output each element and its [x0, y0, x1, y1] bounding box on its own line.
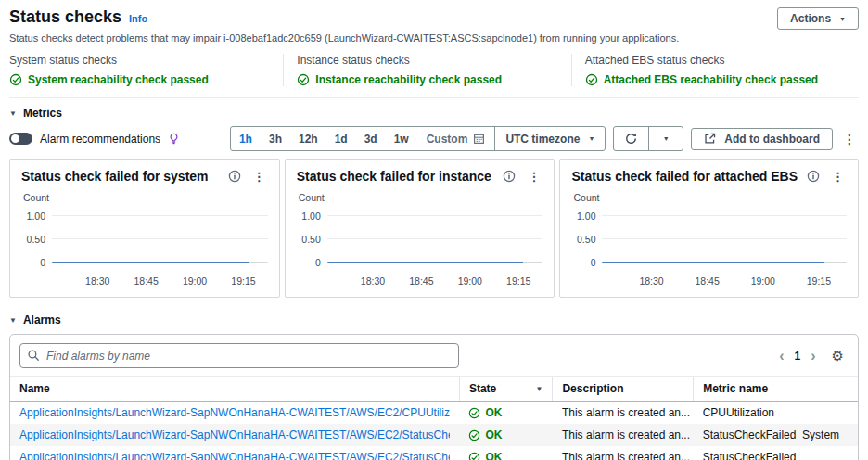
- search-wrap: [19, 343, 459, 368]
- gridline: [327, 238, 543, 239]
- time-range-buttons: 1h3h12h1d3d1w: [231, 127, 417, 150]
- search-input[interactable]: [19, 343, 459, 368]
- lightbulb-icon: [168, 132, 180, 146]
- kebab-menu-icon[interactable]: ⋮: [840, 133, 859, 146]
- status-label: Attached EBS status checks: [585, 54, 859, 67]
- alarm-name-link[interactable]: ApplicationInsights/LaunchWizard-SapNWOn…: [19, 451, 450, 460]
- page-title: Status checks: [9, 7, 121, 27]
- chart-grid-row: 1.00: [297, 204, 543, 227]
- info-link[interactable]: Info: [129, 13, 147, 24]
- alarm-state-label: OK: [485, 451, 502, 460]
- alarms-section-toggle[interactable]: ▼ Alarms: [9, 313, 859, 326]
- y-axis-tick: 0.50: [571, 234, 602, 245]
- x-axis-tick: 18:45: [134, 275, 158, 287]
- table-settings-gear-icon[interactable]: ⚙: [832, 349, 844, 363]
- time-range-button-3h[interactable]: 3h: [261, 127, 290, 150]
- y-axis-tick: 0.50: [21, 234, 52, 245]
- gridline: [602, 238, 847, 239]
- info-circle-icon[interactable]: [807, 170, 820, 183]
- alarm-metric-name-cell: CPUUtilization: [694, 402, 858, 425]
- x-axis-tick: 19:15: [231, 275, 255, 287]
- custom-label: Custom: [427, 133, 468, 146]
- alarm-state-label: OK: [485, 406, 502, 419]
- metrics-section-label: Metrics: [23, 107, 62, 120]
- x-axis-ticks: 18:3018:4519:0019:15: [608, 275, 847, 287]
- x-axis-tick: 18:30: [85, 275, 109, 287]
- y-axis-label: Count: [23, 192, 268, 203]
- x-axis-tick: 19:00: [458, 275, 482, 287]
- state-header-label: State: [469, 382, 496, 395]
- time-range-control: 1h3h12h1d3d1w Custom UTC timezone ▼: [230, 126, 606, 151]
- chart-grid-row: 1.00: [571, 204, 847, 227]
- timezone-label: UTC timezone: [505, 133, 580, 146]
- time-range-button-12h[interactable]: 12h: [290, 127, 326, 150]
- actions-button-label: Actions: [790, 12, 831, 25]
- column-header-name[interactable]: Name: [10, 377, 459, 402]
- gridline: [52, 238, 268, 239]
- chart-grid-row: 1.00: [21, 204, 268, 227]
- table-header-row: Name State ▼ Description Metric name: [10, 377, 858, 402]
- chart-plot: 1.000.50018:3018:4519:0019:15: [297, 204, 543, 287]
- chart-grid-row: 0.50: [571, 227, 847, 250]
- sort-descending-icon[interactable]: ▼: [536, 385, 543, 393]
- column-header-metric-name[interactable]: Metric name: [694, 377, 858, 402]
- alarm-description-cell: This alarm is created an...: [553, 446, 694, 460]
- chart-title: Status check failed for system: [21, 169, 219, 184]
- next-page-button[interactable]: ›: [811, 349, 815, 364]
- chart-grid-row: 0.50: [297, 227, 543, 250]
- status-value: Instance reachability check passed: [315, 73, 502, 86]
- alarm-name-cell: ApplicationInsights/LaunchWizard-SapNWOn…: [10, 446, 459, 460]
- chart-grid-row: 0: [571, 250, 847, 274]
- alarm-row: ApplicationInsights/LaunchWizard-SapNWOn…: [10, 446, 858, 460]
- status-badge: OK: [468, 428, 543, 441]
- chart-kebab-menu-icon[interactable]: ⋮: [829, 171, 847, 183]
- chart-plot: 1.000.50018:3018:4519:0019:15: [571, 204, 847, 287]
- chart-kebab-menu-icon[interactable]: ⋮: [250, 171, 268, 183]
- chart-kebab-menu-icon[interactable]: ⋮: [525, 171, 542, 183]
- x-axis-tick: 19:00: [751, 275, 775, 287]
- column-header-state[interactable]: State ▼: [459, 377, 553, 402]
- gridline: [602, 215, 847, 216]
- time-range-button-1w[interactable]: 1w: [386, 127, 417, 150]
- x-axis-tick: 19:00: [183, 275, 207, 287]
- refresh-options-button[interactable]: ▼: [648, 127, 683, 150]
- metrics-toolbar: Alarm recommendations 1h3h12h1d3d1w Cust…: [9, 126, 859, 151]
- custom-range-button[interactable]: Custom: [417, 127, 495, 150]
- alarm-description-cell: This alarm is created an...: [553, 402, 694, 425]
- info-circle-icon[interactable]: [503, 170, 516, 183]
- time-range-button-1d[interactable]: 1d: [326, 127, 356, 150]
- add-to-dashboard-button[interactable]: Add to dashboard: [691, 128, 833, 150]
- refresh-button-group: ▼: [613, 126, 683, 151]
- check-circle-icon: [297, 73, 310, 86]
- previous-page-button[interactable]: ‹: [779, 349, 784, 364]
- time-range-button-3d[interactable]: 3d: [356, 127, 386, 150]
- alarm-name-link[interactable]: ApplicationInsights/LaunchWizard-SapNWOn…: [19, 406, 450, 419]
- alarm-description-cell: This alarm is created an...: [553, 424, 694, 446]
- actions-button[interactable]: Actions ▼: [777, 7, 859, 30]
- chart-plot: 1.000.50018:3018:4519:0019:15: [21, 204, 268, 287]
- time-range-button-1h[interactable]: 1h: [231, 127, 261, 150]
- alarm-row: ApplicationInsights/LaunchWizard-SapNWOn…: [10, 402, 858, 425]
- current-page-number[interactable]: 1: [795, 350, 801, 363]
- alarm-state-label: OK: [485, 428, 502, 441]
- ok-check-icon: [468, 452, 480, 460]
- alarm-state-cell: OK: [459, 446, 553, 460]
- y-axis-tick: 1.00: [297, 211, 327, 222]
- alarm-state-cell: OK: [459, 402, 553, 425]
- alarm-name-link[interactable]: ApplicationInsights/LaunchWizard-SapNWOn…: [19, 428, 450, 441]
- alarm-row: ApplicationInsights/LaunchWizard-SapNWOn…: [10, 424, 858, 446]
- chart-title: Status check failed for instance: [297, 169, 494, 184]
- chevron-down-icon: ▼: [588, 135, 594, 142]
- x-axis-tick: 18:45: [696, 275, 720, 287]
- column-header-description[interactable]: Description: [553, 377, 694, 402]
- instance-status-column: Instance status checks Instance reachabi…: [283, 54, 570, 86]
- add-to-dashboard-label: Add to dashboard: [724, 133, 820, 146]
- x-axis-ticks: 18:3018:4519:0019:15: [334, 275, 543, 287]
- metrics-section-toggle[interactable]: ▼ Metrics: [9, 97, 859, 120]
- toggle-switch-off[interactable]: [9, 133, 32, 145]
- y-axis-tick: 0: [21, 257, 52, 268]
- refresh-button[interactable]: [614, 127, 648, 150]
- timezone-selector[interactable]: UTC timezone ▼: [495, 127, 605, 150]
- alarm-recommendations-toggle[interactable]: Alarm recommendations: [9, 132, 180, 146]
- info-circle-icon[interactable]: [228, 170, 241, 183]
